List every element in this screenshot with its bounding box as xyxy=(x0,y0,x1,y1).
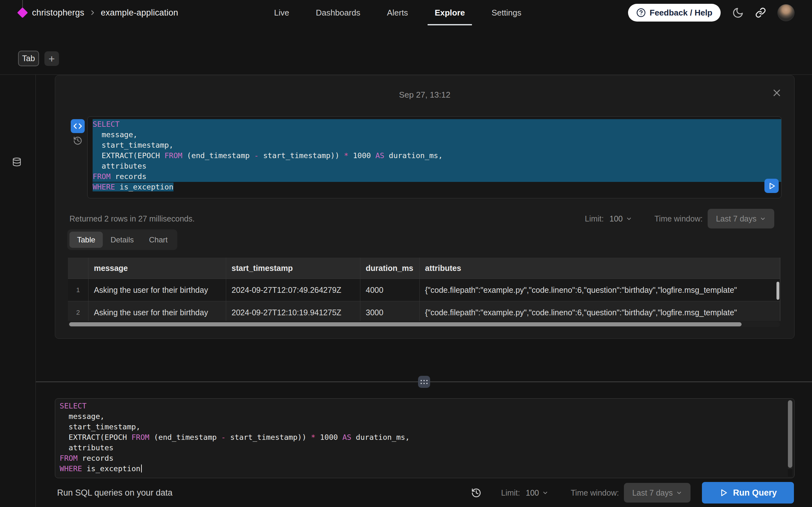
limit-select[interactable]: 100 xyxy=(526,488,549,498)
help-circle-icon xyxy=(636,8,646,17)
tab-chart[interactable]: Chart xyxy=(142,232,175,248)
col-duration-ms[interactable]: duration_ms xyxy=(360,258,420,279)
play-icon xyxy=(719,488,728,497)
tab-details[interactable]: Details xyxy=(103,232,141,248)
query-tab[interactable]: Tab xyxy=(18,51,39,66)
col-start-timestamp[interactable]: start_timestamp xyxy=(226,258,360,279)
query-result-status: Returned 2 rows in 27 milliseconds. xyxy=(69,214,195,223)
breadcrumb: christophergs example-application xyxy=(18,0,178,25)
time-window-value: Last 7 days xyxy=(716,214,757,223)
logfire-logo[interactable] xyxy=(18,0,28,25)
cell-message: Asking the user for their birthday xyxy=(89,301,226,321)
cell-rownum: 2 xyxy=(68,301,89,321)
result-view-tabs: Table Details Chart xyxy=(67,229,177,250)
limit-label: Limit: xyxy=(585,214,604,223)
table-horizontal-scrollbar[interactable] xyxy=(69,322,742,326)
time-window-select[interactable]: Last 7 days xyxy=(708,209,774,228)
table-vertical-scrollbar[interactable] xyxy=(776,282,779,300)
moon-icon xyxy=(732,7,744,19)
breadcrumb-project[interactable]: example-application xyxy=(101,8,178,18)
time-window-label: Time window: xyxy=(654,214,703,223)
active-tab-underline xyxy=(427,24,472,25)
results-table: message start_timestamp duration_ms attr… xyxy=(68,258,780,321)
time-window-select[interactable]: Last 7 days xyxy=(624,483,691,503)
close-card-button[interactable] xyxy=(772,88,781,98)
nav-right-cluster: Feedback / Help xyxy=(628,0,795,25)
logfire-explore-page: christophergs example-application Live D… xyxy=(0,0,812,507)
restore-query-button[interactable] xyxy=(73,136,83,146)
table-row[interactable]: 1 Asking the user for their birthday 202… xyxy=(68,279,780,301)
limit-select[interactable]: 100 xyxy=(610,214,632,223)
saved-query-sql[interactable]: SELECT message, start_timestamp, EXTRACT… xyxy=(87,116,781,199)
col-attributes[interactable]: attributes xyxy=(420,258,780,279)
panel-splitter-handle[interactable] xyxy=(418,376,430,388)
feedback-help-label: Feedback / Help xyxy=(650,8,712,18)
result-status-row: Returned 2 rows in 27 milliseconds. Limi… xyxy=(69,209,774,229)
cell-attributes: {"code.filepath":"example.py","code.line… xyxy=(420,301,780,321)
editor-hint: Run SQL queries on your data xyxy=(57,488,172,498)
run-query-label: Run Query xyxy=(733,488,777,498)
chevron-down-icon xyxy=(760,216,766,222)
history-icon xyxy=(73,136,83,146)
col-message[interactable]: message xyxy=(89,258,226,279)
add-tab-button[interactable]: + xyxy=(44,51,59,66)
cell-start-timestamp: 2024-09-27T12:10:19.941275Z xyxy=(226,301,360,321)
table-row[interactable]: 2 Asking the user for their birthday 202… xyxy=(68,301,780,321)
sql-editor-content: SELECT message, start_timestamp, EXTRACT… xyxy=(55,399,794,474)
run-bar: Run SQL queries on your data Limit: 100 … xyxy=(36,478,812,507)
cell-duration-ms: 3000 xyxy=(360,301,420,321)
feedback-help-button[interactable]: Feedback / Help xyxy=(628,4,721,21)
time-window-value: Last 7 days xyxy=(632,488,673,498)
content-divider xyxy=(0,74,812,75)
main-nav: Live Dashboards Alerts Explore Settings xyxy=(274,0,521,25)
nav-settings[interactable]: Settings xyxy=(492,0,521,25)
nav-explore[interactable]: Explore xyxy=(435,0,465,25)
editor-scrollbar-corner xyxy=(788,469,792,476)
nav-alerts[interactable]: Alerts xyxy=(387,0,408,25)
database-schema-button[interactable] xyxy=(12,157,21,167)
nav-explore-label: Explore xyxy=(435,8,465,18)
table-horizontal-scrollbar-track xyxy=(68,322,780,327)
query-history-card: Sep 27, 13:12 SELECT message, start_time… xyxy=(55,75,795,339)
theme-toggle-button[interactable] xyxy=(732,7,744,19)
user-avatar[interactable] xyxy=(777,4,795,21)
run-query-button[interactable]: Run Query xyxy=(702,482,794,504)
run-saved-query-button[interactable] xyxy=(764,179,779,193)
history-icon xyxy=(471,488,481,498)
limit-value: 100 xyxy=(526,488,539,498)
chevron-down-icon xyxy=(542,490,548,496)
tab-table[interactable]: Table xyxy=(69,232,103,248)
cell-duration-ms: 4000 xyxy=(360,279,420,301)
cell-message: Asking the user for their birthday xyxy=(89,279,226,301)
play-icon xyxy=(768,182,776,190)
chevron-down-icon xyxy=(626,216,632,222)
share-link-button[interactable] xyxy=(755,7,766,18)
cell-rownum: 1 xyxy=(68,279,89,301)
chevron-right-icon xyxy=(90,9,96,16)
link-icon xyxy=(755,7,766,18)
top-nav: christophergs example-application Live D… xyxy=(0,0,812,25)
breadcrumb-org[interactable]: christophergs xyxy=(32,8,84,18)
query-history-button[interactable] xyxy=(471,488,481,498)
database-icon xyxy=(12,157,21,167)
nav-live[interactable]: Live xyxy=(274,0,289,25)
close-icon xyxy=(772,88,781,98)
logfire-diamond-icon xyxy=(17,7,28,18)
saved-query-block: SELECT message, start_timestamp, EXTRACT… xyxy=(69,116,781,196)
table-header-row: message start_timestamp duration_ms attr… xyxy=(68,258,780,279)
code-icon xyxy=(73,122,82,130)
cell-start-timestamp: 2024-09-27T12:07:49.264279Z xyxy=(226,279,360,301)
run-controls: Limit: 100 Time window: Last 7 days Run … xyxy=(471,482,794,504)
card-query-controls: Limit: 100 Time window: Last 7 days xyxy=(585,209,774,228)
time-window-label: Time window: xyxy=(571,488,619,498)
nav-dashboards[interactable]: Dashboards xyxy=(316,0,360,25)
schema-sidebar xyxy=(0,75,36,507)
editor-vertical-scrollbar[interactable] xyxy=(788,400,792,468)
cell-attributes: {"code.filepath":"example.py","code.line… xyxy=(420,279,780,301)
limit-value: 100 xyxy=(610,214,623,223)
plus-icon: + xyxy=(49,53,55,65)
code-view-button[interactable] xyxy=(71,119,85,133)
limit-label: Limit: xyxy=(501,488,520,498)
sql-editor[interactable]: SELECT message, start_timestamp, EXTRACT… xyxy=(55,398,795,478)
chevron-down-icon xyxy=(676,490,682,496)
